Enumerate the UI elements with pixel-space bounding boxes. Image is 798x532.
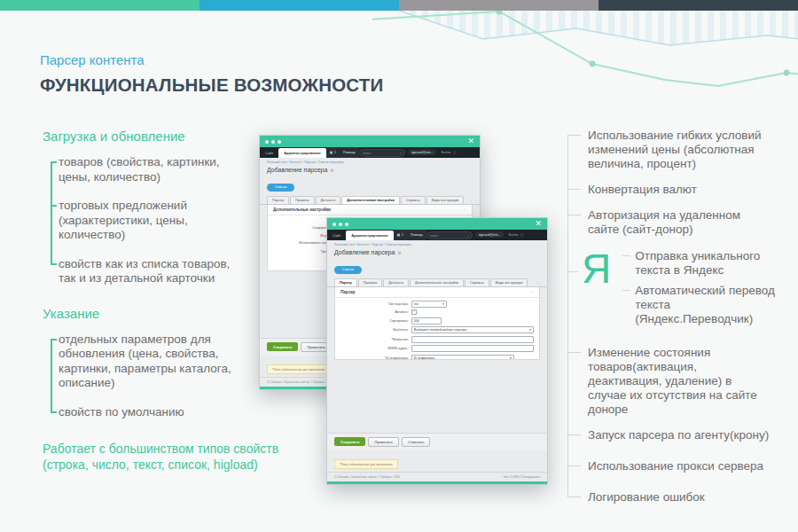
save-button[interactable]: Сохранить (334, 437, 365, 446)
footer-copyright: 1С-Битрикс: Управление сайтом. © Битрикс… (334, 475, 400, 479)
close-icon[interactable]: ✕ (467, 137, 474, 145)
breadcrumb: Рабочий стол › Контент › Парсер › Список… (327, 240, 547, 248)
window-bottom-accent (327, 481, 547, 484)
text-field[interactable]: 500 (411, 317, 442, 325)
topbar-segment-blue (200, 0, 399, 11)
settings-icon[interactable]: ▢ (453, 151, 456, 154)
window-titlebar: ✕ (260, 136, 480, 147)
user-email: gerard@site... (413, 151, 434, 154)
admin-page-title-row: Добавление парсера⚙ (260, 166, 480, 176)
feature-item: Запуск парсера по агенту(крону) (567, 428, 770, 442)
save-button[interactable]: Сохранить (267, 342, 298, 351)
nav-help-link[interactable]: Помощь (407, 230, 426, 240)
tab-6[interactable]: Виды инструкции (426, 196, 465, 204)
tabs-overflow-icon[interactable]: ⋮ (536, 281, 540, 286)
feature-item: Логирование ошибок (567, 490, 770, 505)
text-field[interactable] (411, 336, 534, 343)
page-title: ФУНКЦИОНАЛЬНЫЕ ВОЗМОЖНОСТИ (40, 74, 384, 96)
field-label: Активен: (335, 310, 411, 314)
footer-copyright: 1С-Битрикс: Управление сайтом. © Битрикс… (267, 380, 332, 384)
search-input[interactable]: поиск⌕ (359, 149, 405, 157)
user-email: gerard@site... (481, 233, 501, 237)
collapse-icon[interactable]: − (531, 290, 534, 294)
tabs-overflow-icon[interactable]: ⋮ (469, 199, 473, 204)
search-input[interactable]: поиск⌕ (426, 231, 473, 239)
tab-6[interactable]: Виды инструкции (490, 278, 528, 286)
admin-nav-bar: СайтАдминистрирование▦1Помощьпоиск⌕▾ ger… (327, 230, 547, 240)
nav-notification-icon[interactable]: ▦1 (326, 147, 340, 158)
select-value: ID инфоблока (414, 356, 434, 360)
chevron-down-icon: ▾ (529, 328, 531, 332)
chart-point (590, 61, 596, 67)
tab-5[interactable]: Сервисы (465, 278, 489, 286)
required-fields-note: *Поля, обязательные для заполнения (267, 364, 331, 374)
collapse-icon[interactable]: − (464, 207, 466, 212)
counter-badge: 1 (334, 151, 336, 154)
tab-4[interactable]: Дополнительные настройки (341, 196, 400, 204)
close-icon[interactable]: ✕ (535, 220, 542, 228)
apply-button[interactable]: Применить (368, 437, 399, 447)
decorative-line-chart (372, 9, 798, 108)
required-note-row: *Поля, обязательные для заполнения (327, 450, 547, 473)
feature-item: Автоматический перевод текста (Яндекс.Пе… (622, 284, 787, 326)
nav-right-links: Выйти▢ (438, 147, 458, 158)
checkbox[interactable]: ✓ (411, 309, 417, 315)
panel-header: Парсер− (335, 287, 539, 298)
search-placeholder: поиск (363, 152, 371, 155)
presentation-slide: Парсер контента ФУНКЦИОНАЛЬНЫЕ ВОЗМОЖНОС… (0, 0, 798, 532)
tab-4[interactable]: Дополнительные настройки (410, 278, 464, 286)
user-menu[interactable]: ▾ gerard@site... (408, 149, 436, 155)
list-button[interactable]: Список (267, 184, 294, 192)
window-titlebar: ✕ (327, 218, 547, 230)
form-row: Тип парсера:rss▾ (335, 301, 539, 308)
required-fields-note: *Поля, обязательные для заполнения (334, 459, 398, 469)
topbar-segment-gray (399, 0, 598, 11)
logout-link[interactable]: Выйти (508, 233, 518, 237)
feature-group-list: отдельных параметров для обновления (цен… (40, 332, 270, 420)
nav-notification-icon[interactable]: ▦1 (394, 230, 407, 240)
feature-group-title: Загрузка и обновление (43, 129, 270, 144)
nav-tab-admin[interactable]: Администрирование (278, 148, 325, 158)
left-feature-column: Загрузка и обновлениетоваров (свойства, … (40, 129, 270, 473)
select-field[interactable]: ID инфоблока▾ (411, 355, 514, 361)
tab-1[interactable]: Парсер (334, 278, 357, 286)
window-dot-icon (339, 223, 342, 226)
yandex-sub-items: Отправка уникального текста в ЯндексАвто… (622, 248, 787, 326)
gear-icon: ⚙ (330, 168, 333, 173)
field-label: Шаблоны: (335, 328, 411, 332)
tab-2[interactable]: Правила (290, 196, 314, 204)
nav-tab-admin[interactable]: Администрирование (346, 231, 393, 240)
search-icon: ⌕ (467, 234, 469, 238)
tab-3[interactable]: Детально (383, 278, 409, 286)
feature-item: Отправка уникального текста в Яндекс (622, 249, 787, 278)
feature-item: отдельных параметров для обновления (цен… (59, 332, 236, 391)
form-row: Сортировка:500 (335, 317, 539, 325)
tab-3[interactable]: Детально (316, 196, 341, 204)
select-field[interactable]: rss▾ (411, 301, 447, 308)
admin-nav-bar: СайтАдминистрирование▦1Помощьпоиск⌕▾ ger… (260, 147, 480, 158)
admin-page-title-row: Добавление парсера⚙ (327, 248, 547, 258)
user-menu[interactable]: ▾ gerard@site... (475, 231, 504, 238)
footer-support-link[interactable]: time: 0.0884 | Техподдержка (504, 475, 540, 479)
nav-tab-site[interactable]: Сайт (327, 230, 346, 240)
feature-item: Использование прокси сервера (567, 459, 770, 473)
form-row: *Название: (335, 336, 539, 343)
cancel-button[interactable]: Отменить (402, 437, 430, 447)
settings-icon[interactable]: ▢ (520, 233, 523, 237)
slide-eyebrow: Парсер контента (40, 52, 145, 67)
tab-2[interactable]: Правила (358, 278, 382, 286)
field-label: WWW-адрес: (335, 347, 411, 350)
text-field[interactable] (411, 345, 534, 352)
list-button[interactable]: Список (334, 266, 362, 274)
select-value: Выберите готовый шаблон парсера (414, 328, 467, 332)
window-dot-icon (345, 223, 348, 226)
feature-group-title: Указание (43, 306, 270, 321)
logout-link[interactable]: Выйти (441, 151, 450, 154)
nav-help-link[interactable]: Помощь (340, 147, 359, 158)
feature-group-list: товаров (свойства, картинки, цены, колич… (40, 155, 270, 286)
list-button-row: Список (260, 176, 480, 196)
tab-5[interactable]: Сервисы (401, 196, 426, 204)
feature-item: Конвертация валют (567, 183, 770, 197)
nav-right-links: Выйти▢ (505, 230, 526, 240)
select-field[interactable]: Выберите готовый шаблон парсера▾ (411, 326, 534, 333)
